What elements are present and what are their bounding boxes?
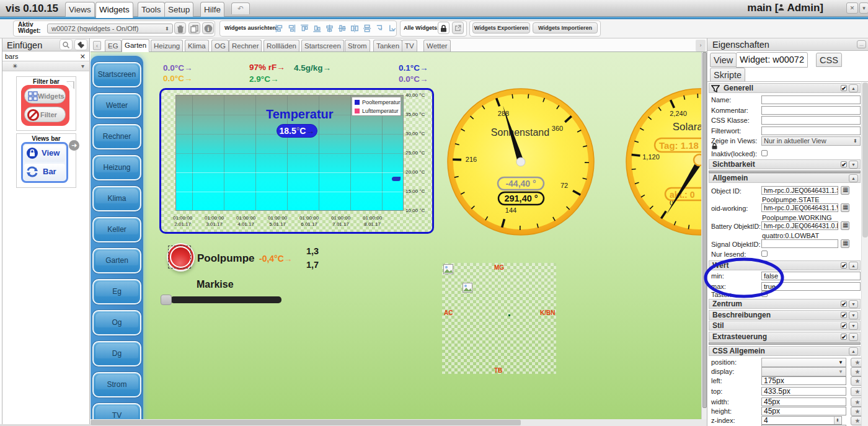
svg-text:Sonnenstand: Sonnenstand — [491, 127, 549, 138]
svg-text:216: 216 — [466, 156, 477, 163]
svg-text:288: 288 — [498, 110, 509, 117]
svg-text:72: 72 — [560, 182, 568, 189]
svg-text:2,240: 2,240 — [670, 110, 687, 117]
svg-text:Tag: 1.18: Tag: 1.18 — [659, 140, 699, 151]
svg-text:-44,40 °: -44,40 ° — [505, 179, 536, 189]
svg-text:360: 360 — [552, 125, 563, 132]
svg-text:Solaranlage: Solaranlage — [673, 121, 702, 133]
svg-text:1,120: 1,120 — [642, 153, 660, 161]
svg-text:144: 144 — [505, 206, 516, 214]
svg-text:i: i — [207, 25, 209, 32]
svg-text:291,40 °: 291,40 ° — [504, 193, 538, 203]
